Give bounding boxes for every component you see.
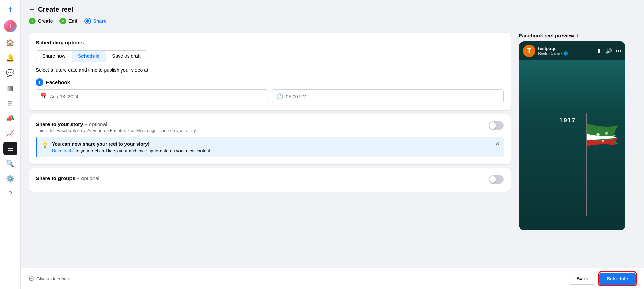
tab-save-draft[interactable]: Save as draft bbox=[106, 51, 147, 62]
feedback-icon: 💬 bbox=[29, 276, 34, 281]
time-input[interactable]: 🕐 05:00 PM bbox=[272, 89, 504, 103]
step-edit: ✓ Edit bbox=[59, 18, 77, 24]
video-background: 1917 bbox=[519, 41, 625, 230]
svg-text:f: f bbox=[9, 5, 11, 13]
svg-rect-2 bbox=[586, 113, 587, 216]
share-groups-dot: • bbox=[77, 175, 79, 181]
svg-point-4 bbox=[605, 132, 608, 135]
sidebar-item-campaigns[interactable]: 📣 bbox=[3, 111, 17, 125]
tab-share-now[interactable]: Share now bbox=[36, 51, 72, 62]
share-story-subtitle: This is for Facebook only. Anyone on Fac… bbox=[36, 128, 197, 133]
share-groups-header: Share to groups • optional bbox=[36, 175, 504, 184]
phone-controls: ⏸ 🔊 ••• bbox=[596, 48, 621, 54]
date-input[interactable]: 📅 Aug 18, 2024 bbox=[36, 89, 268, 103]
step-create-icon: ✓ bbox=[29, 18, 36, 24]
sidebar-item-analytics[interactable]: 📈 bbox=[3, 126, 17, 140]
info-box-text-suffix: to your reel and keep your audience up-t… bbox=[75, 148, 211, 153]
sidebar-item-search[interactable]: 🔍 bbox=[3, 157, 17, 170]
step-share: Share bbox=[84, 18, 107, 24]
info-box-close-icon[interactable]: ✕ bbox=[495, 141, 500, 147]
step-create: ✓ Create bbox=[29, 18, 53, 24]
share-story-header-left: Share to your story • optional This is f… bbox=[36, 121, 197, 133]
schedule-button[interactable]: Schedule bbox=[599, 273, 636, 285]
share-groups-title-row: Share to groups • optional bbox=[36, 175, 99, 181]
step-create-label: Create bbox=[38, 18, 53, 24]
phone-header: T testpage Reels · 1 min · 🌐 ⏸ 🔊 ••• bbox=[519, 41, 625, 60]
svg-point-3 bbox=[596, 133, 600, 136]
share-story-optional: optional bbox=[89, 121, 107, 127]
tab-schedule[interactable]: Schedule bbox=[72, 51, 106, 62]
sidebar-item-home[interactable]: 🏠 bbox=[3, 36, 17, 49]
bottom-bar: 💬 Give us feedback Back Schedule bbox=[21, 268, 644, 289]
info-box-text: Drive traffic to your reel and keep your… bbox=[52, 148, 499, 153]
scheduling-title: Scheduling options bbox=[36, 40, 504, 45]
schedule-description: Select a future date and time to publish… bbox=[36, 67, 504, 73]
step-dot-2: · bbox=[80, 19, 81, 23]
facebook-label: Facebook bbox=[46, 79, 70, 85]
page-header: ← Create reel ✓ Create · ✓ Edit · Share bbox=[21, 0, 644, 33]
feedback-label: Give us feedback bbox=[36, 276, 71, 281]
scheduling-tab-group: Share now Schedule Save as draft bbox=[36, 50, 147, 62]
share-story-dot: • bbox=[85, 121, 87, 127]
preview-avatar: T bbox=[523, 45, 535, 57]
left-panel: Scheduling options Share now Schedule Sa… bbox=[29, 33, 511, 230]
back-arrow-icon[interactable]: ← bbox=[29, 6, 35, 13]
sidebar-item-messages[interactable]: 💬 bbox=[3, 66, 17, 80]
feedback-row[interactable]: 💬 Give us feedback bbox=[29, 276, 71, 281]
volume-icon[interactable]: 🔊 bbox=[605, 48, 612, 54]
steps-row: ✓ Create · ✓ Edit · Share bbox=[29, 18, 636, 24]
preview-username: testpage bbox=[538, 46, 596, 51]
right-panel: Facebook reel preview ℹ bbox=[519, 33, 636, 230]
share-story-toggle[interactable] bbox=[489, 121, 504, 130]
calendar-icon: 📅 bbox=[40, 93, 47, 100]
pause-icon[interactable]: ⏸ bbox=[596, 48, 602, 54]
share-story-info-box: 💡 You can now share your reel to your st… bbox=[36, 137, 504, 157]
share-groups-toggle[interactable] bbox=[489, 175, 504, 184]
share-groups-header-left: Share to groups • optional bbox=[36, 175, 99, 181]
preview-label: Facebook reel preview bbox=[519, 33, 574, 38]
share-groups-optional: optional bbox=[81, 175, 99, 181]
svg-point-5 bbox=[602, 140, 604, 142]
back-button[interactable]: Back bbox=[569, 273, 595, 285]
phone-user-info: testpage Reels · 1 min · 🌐 bbox=[538, 46, 596, 56]
preview-info-icon[interactable]: ℹ bbox=[576, 33, 578, 38]
share-groups-card: Share to groups • optional bbox=[29, 168, 511, 192]
step-edit-label: Edit bbox=[68, 18, 77, 24]
preview-label-row: Facebook reel preview ℹ bbox=[519, 33, 636, 38]
step-edit-icon: ✓ bbox=[59, 18, 66, 24]
sidebar-item-menu[interactable]: ☰ bbox=[3, 142, 17, 155]
more-icon[interactable]: ••• bbox=[615, 48, 621, 54]
share-story-card: Share to your story • optional This is f… bbox=[29, 114, 511, 164]
avatar[interactable]: f bbox=[4, 20, 17, 32]
share-story-title-row: Share to your story • optional bbox=[36, 121, 197, 127]
step-dot-1: · bbox=[56, 19, 57, 23]
meta-logo: f bbox=[4, 3, 17, 16]
date-value: Aug 18, 2024 bbox=[50, 94, 78, 99]
facebook-label-row: f Facebook bbox=[36, 78, 504, 86]
sidebar-item-content[interactable]: ▦ bbox=[3, 81, 17, 95]
page-title: Create reel bbox=[38, 5, 73, 13]
time-value: 05:00 PM bbox=[286, 94, 307, 99]
main-content: ← Create reel ✓ Create · ✓ Edit · Share bbox=[21, 0, 644, 289]
sidebar-item-table[interactable]: ⊞ bbox=[3, 96, 17, 110]
clock-icon: 🕐 bbox=[276, 93, 283, 100]
year-text: 1917 bbox=[559, 117, 576, 124]
flag-svg bbox=[553, 113, 622, 216]
content-area: Scheduling options Share now Schedule Sa… bbox=[21, 33, 644, 258]
facebook-icon: f bbox=[36, 78, 43, 86]
sidebar-item-notifications[interactable]: 🔔 bbox=[3, 51, 17, 65]
sidebar-item-settings[interactable]: ⚙️ bbox=[3, 172, 17, 186]
share-groups-title: Share to groups bbox=[36, 175, 75, 181]
drive-traffic-link[interactable]: Drive traffic bbox=[52, 148, 75, 153]
sidebar-item-help[interactable]: ? bbox=[3, 187, 17, 201]
back-row: ← Create reel bbox=[29, 5, 636, 13]
preview-meta-text: Reels · 1 min · 🌐 bbox=[538, 51, 568, 56]
step-share-icon bbox=[84, 18, 91, 24]
phone-frame: 1917 T testpage Reels · 1 min · 🌐 ⏸ 🔊 • bbox=[519, 41, 625, 230]
share-story-header: Share to your story • optional This is f… bbox=[36, 121, 504, 133]
sidebar: f f 🏠 🔔 💬 ▦ ⊞ 📣 📈 ☰ 🔍 ⚙️ ? bbox=[0, 0, 21, 289]
share-story-title: Share to your story bbox=[36, 121, 83, 127]
info-box-content: You can now share your reel to your stor… bbox=[52, 141, 499, 153]
date-time-row: 📅 Aug 18, 2024 🕐 05:00 PM bbox=[36, 89, 504, 103]
preview-meta: Reels · 1 min · 🌐 bbox=[538, 51, 596, 56]
